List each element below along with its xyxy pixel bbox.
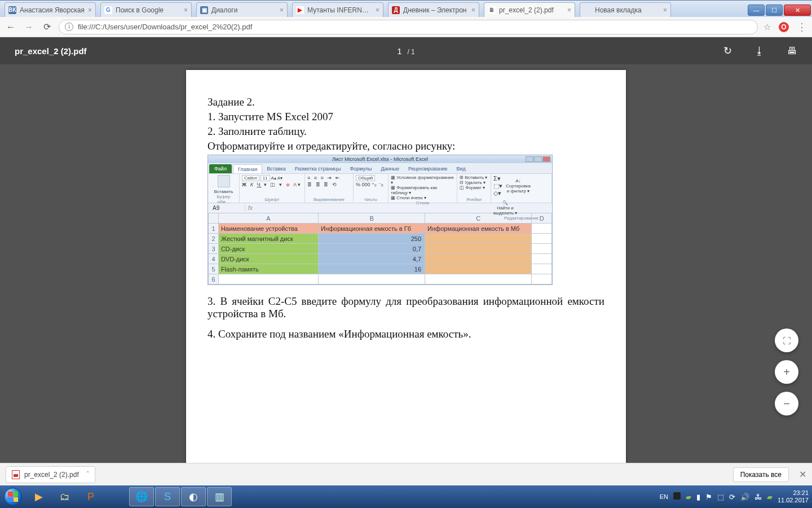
excel-cell — [425, 244, 532, 254]
favicon-icon: 🗎 — [488, 6, 496, 14]
tray-steam-icon[interactable] — [673, 492, 681, 501]
taskbar-chrome-icon[interactable]: 🌐 — [129, 487, 154, 506]
tab-close-icon[interactable]: × — [471, 6, 475, 14]
excel-ribbon: Вставить Буфер обм… Calibri 11 A▴ A▾ Ж К… — [208, 173, 552, 203]
nav-back-button[interactable]: ← — [5, 21, 17, 33]
browser-tab[interactable]: 🗎pr_excel_2 (2).pdf× — [484, 2, 575, 17]
bookmark-star-icon[interactable]: ☆ — [764, 22, 771, 32]
start-button[interactable] — [0, 485, 26, 508]
excel-ribbon-tab: Рецензирование — [404, 164, 452, 173]
nav-forward-button[interactable]: → — [23, 21, 35, 33]
pdf-toolbar: pr_excel_2 (2).pdf 1 / 1 ↻ ⭳ 🖶 — [0, 37, 812, 64]
tray-network-icon[interactable]: 🖧 — [754, 493, 762, 501]
taskbar-powerpoint-icon[interactable]: P — [78, 487, 103, 506]
show-all-downloads-button[interactable]: Показать все — [733, 467, 789, 482]
taskbar-steam-icon[interactable]: ◐ — [181, 487, 206, 506]
close-shelf-button[interactable]: ✕ — [799, 469, 806, 480]
excel-cell — [218, 274, 318, 284]
tab-close-icon[interactable]: × — [88, 6, 92, 14]
excel-cell: 16 — [318, 264, 425, 274]
favicon-icon: ▣ — [200, 6, 208, 14]
tab-label: Новая вкладка — [595, 6, 660, 14]
excel-ribbon-tab: Формулы — [345, 164, 376, 173]
window-close-button[interactable]: ✕ — [784, 5, 811, 16]
excel-cell: DVD-диск — [218, 254, 318, 264]
excel-grid: ABCD 1Наименование устройстваИнформацион… — [208, 213, 552, 284]
pdf-rotate-button[interactable]: ↻ — [723, 45, 732, 57]
paste-icon — [218, 175, 230, 187]
excel-cell: 250 — [318, 234, 425, 244]
chevron-up-icon[interactable]: ˆ — [87, 471, 89, 479]
pdf-viewport[interactable]: Задание 2. 1. Запустите MS Excel 2007 2.… — [0, 64, 812, 463]
tray-action-icon[interactable]: ⬚ — [717, 493, 724, 501]
excel-cell: CD-диск — [218, 244, 318, 254]
address-bar[interactable]: i file:///C:/Users/user/Downloads/pr_exc… — [59, 20, 758, 34]
favicon-icon — [584, 6, 592, 14]
fx-icon: fx — [245, 205, 255, 211]
tab-close-icon[interactable]: × — [280, 6, 284, 14]
taskbar-explorer-icon[interactable]: 🗂 — [52, 487, 77, 506]
tray-sync-icon[interactable]: ⟳ — [729, 493, 735, 501]
opera-icon[interactable]: O — [779, 22, 789, 32]
excel-ribbon-tab: Вид — [452, 164, 470, 173]
excel-ribbon-tab: Данные — [377, 164, 404, 173]
window-minimize-button[interactable]: — — [748, 5, 765, 16]
tab-close-icon[interactable]: × — [376, 6, 379, 14]
download-item[interactable]: pr_excel_2 (2).pdf ˆ — [6, 466, 95, 483]
tray-nvidia-icon[interactable]: ▰ — [686, 493, 691, 501]
pdf-fit-button[interactable]: ⛶ — [775, 329, 798, 352]
browser-tab[interactable]: ▣Диалоги× — [196, 2, 288, 17]
reload-button[interactable]: ⟳ — [41, 21, 53, 33]
tray-battery-icon[interactable]: ▮ — [696, 493, 700, 501]
tab-close-icon[interactable]: × — [663, 6, 667, 14]
windows-taskbar: ▶ 🗂 P 🌐 S ◐ ▥ EN ▰ ▮ ⚑ ⬚ ⟳ 🔊 🖧 ▰ 23:21 1… — [0, 485, 812, 508]
browser-menu-button[interactable]: ⋮ — [797, 21, 807, 33]
browser-tab[interactable]: ВКАнастасия Яворская× — [5, 2, 96, 17]
browser-tab[interactable]: GПоиск в Google× — [100, 2, 192, 17]
doc-step-2b: Отформатируйте и отредактируйте, согласн… — [208, 140, 604, 152]
excel-cell: Наименование устройства — [218, 224, 318, 234]
excel-cell: Информационная емкость в Гб — [318, 224, 425, 234]
excel-cell: Жесткий магнитный диск — [218, 234, 318, 244]
taskbar-app-icon[interactable]: ▥ — [207, 487, 232, 506]
tray-clock[interactable]: 23:21 11.02.2017 — [778, 489, 809, 503]
browser-toolbar: ← → ⟳ i file:///C:/Users/user/Downloads/… — [0, 17, 812, 37]
site-info-icon[interactable]: i — [65, 23, 73, 31]
favicon-icon: G — [104, 6, 112, 14]
pdf-print-button[interactable]: 🖶 — [787, 45, 797, 57]
taskbar-media-player-icon[interactable]: ▶ — [27, 487, 51, 506]
download-filename: pr_excel_2 (2).pdf — [24, 471, 79, 479]
excel-ribbon-tab: Разметка страницы — [290, 164, 346, 173]
tab-close-icon[interactable]: × — [567, 6, 571, 14]
tray-lang-indicator[interactable]: EN — [660, 493, 668, 500]
taskbar-skype-icon[interactable]: S — [155, 487, 180, 506]
doc-step-3: 3. В ячейки С2-С5 введите формулу для пр… — [208, 295, 604, 320]
tab-label: Анастасия Яворская — [20, 6, 85, 14]
tab-label: pr_excel_2 (2).pdf — [499, 6, 564, 14]
excel-file-tab: Файл — [209, 164, 232, 173]
pdf-page: Задание 2. 1. Запустите MS Excel 2007 2.… — [186, 70, 626, 463]
doc-step-1: 1. Запустите MS Excel 2007 — [208, 111, 604, 123]
tray-flag-icon[interactable]: ⚑ — [705, 493, 712, 501]
pdf-page-indicator: 1 / 1 — [397, 46, 415, 56]
pdf-zoom-out-button[interactable]: − — [775, 392, 798, 415]
excel-ribbon-tabs: Файл ГлавнаяВставкаРазметка страницыФорм… — [208, 163, 552, 173]
browser-tab[interactable]: Новая вкладка× — [580, 2, 671, 17]
window-maximize-button[interactable]: ☐ — [766, 5, 783, 16]
tab-label: Мутанты INFERNO и — [307, 6, 372, 14]
tab-close-icon[interactable]: × — [184, 6, 188, 14]
excel-name-box: A9 — [208, 205, 245, 211]
url-text: file:///C:/Users/user/Downloads/pr_excel… — [78, 23, 252, 31]
tab-label: Поиск в Google — [116, 6, 180, 14]
tray-gpu-icon[interactable]: ▰ — [767, 493, 773, 501]
pdf-download-button[interactable]: ⭳ — [754, 45, 765, 57]
excel-ribbon-tab: Главная — [233, 164, 262, 173]
excel-cell — [425, 264, 532, 274]
pdf-zoom-in-button[interactable]: + — [775, 360, 798, 384]
window-controls: — ☐ ✕ — [748, 5, 812, 17]
excel-cell — [318, 274, 425, 284]
browser-tab[interactable]: ▶Мутанты INFERNO и× — [292, 2, 383, 17]
browser-tab[interactable]: ДДневник – Электрон× — [388, 2, 479, 17]
tray-volume-icon[interactable]: 🔊 — [740, 493, 749, 501]
doc-heading: Задание 2. — [208, 96, 604, 108]
